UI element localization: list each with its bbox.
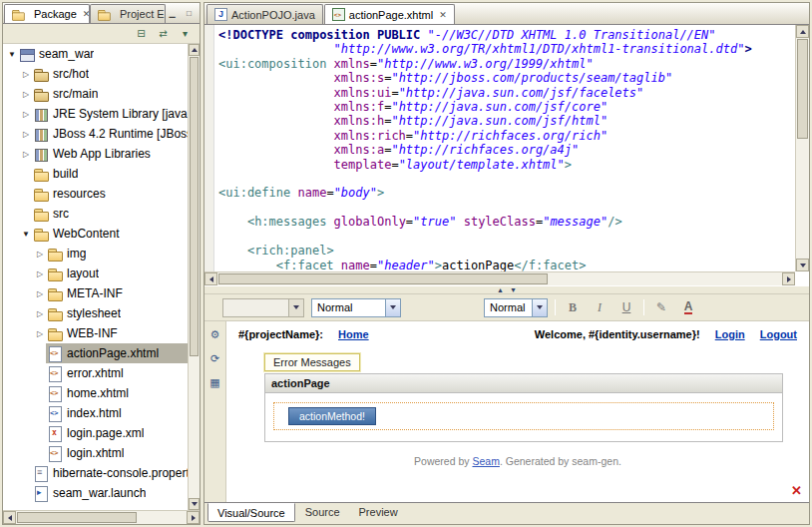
tree-item-index-html[interactable]: index.html	[3, 403, 188, 423]
scroll-down-button[interactable]	[796, 259, 809, 271]
login-link[interactable]: Login	[715, 328, 745, 340]
link-with-editor-button[interactable]: ⇄	[155, 26, 172, 42]
tree-item-seam-war-launch[interactable]: seam_war.launch	[3, 483, 188, 503]
maximize-view-button[interactable]: □	[183, 8, 196, 20]
preferences-button[interactable]: ⚙	[206, 326, 223, 343]
font-color-button[interactable]: A	[678, 297, 698, 317]
scroll-thumb[interactable]	[218, 273, 548, 284]
scroll-thumb[interactable]	[797, 39, 808, 139]
error-messages-placeholder[interactable]: Error Messages	[264, 353, 360, 371]
tab-package-explorer[interactable]: Package ✕	[4, 4, 90, 23]
home-link[interactable]: Home	[338, 328, 369, 340]
tab-visual-source[interactable]: Visual/Source	[207, 503, 295, 522]
splitter-up-icon[interactable]: ▲	[497, 286, 504, 294]
expand-arrow-icon[interactable]: ▷	[34, 309, 46, 318]
logout-link[interactable]: Logout	[760, 328, 797, 340]
collapse-all-button[interactable]: ⊟	[133, 26, 150, 42]
page-design-options-button[interactable]: ▦	[206, 374, 223, 391]
refresh-button[interactable]: ⟳	[206, 350, 223, 367]
combo-value: Normal	[317, 301, 381, 313]
scroll-down-button[interactable]	[189, 498, 200, 510]
scroll-up-button[interactable]	[189, 44, 200, 56]
scroll-up-button[interactable]	[796, 25, 809, 38]
expand-arrow-icon[interactable]: ▷	[20, 90, 32, 99]
collapse-arrow-icon[interactable]: ▼	[6, 50, 18, 59]
tree-item-label: hibernate-console.propertie	[53, 466, 188, 480]
splitter-down-icon[interactable]: ▼	[510, 286, 517, 294]
source-editor[interactable]: <!DOCTYPE composition PUBLIC "-//W3C//DT…	[204, 25, 809, 285]
tree-item-src[interactable]: src	[3, 204, 188, 224]
tree-item-layout[interactable]: ▷layout	[3, 264, 188, 283]
tree-item-label: layout	[67, 266, 99, 280]
collapse-arrow-icon[interactable]: ▼	[20, 230, 32, 239]
tree-item-error-xhtml[interactable]: error.xhtml	[3, 363, 188, 383]
minimize-view-icon: ▁	[169, 9, 175, 18]
tree-item-jboss-4-2-runtime-jboss-4-[interactable]: ▷JBoss 4.2 Runtime [JBoss 4.	[3, 124, 188, 144]
expand-arrow-icon[interactable]: ▷	[34, 250, 46, 259]
expand-arrow-icon[interactable]: ▷	[20, 150, 32, 159]
view-menu-button[interactable]: ▾	[177, 26, 194, 42]
close-icon[interactable]: ✕	[439, 10, 447, 20]
bold-button[interactable]: B	[563, 297, 583, 317]
italic-button[interactable]: I	[590, 297, 609, 317]
minimize-view-button[interactable]: ▁	[166, 8, 179, 20]
tree-horizontal-scrollbar[interactable]	[3, 510, 200, 524]
chevron-down-icon[interactable]	[288, 299, 303, 316]
scroll-right-button[interactable]	[782, 272, 795, 285]
tree-item-jre-system-library-java-1-5[interactable]: ▷JRE System Library [java-1.5	[3, 104, 188, 124]
visual-page-canvas[interactable]: #{projectName}: Home Welcome, #{identity…	[226, 321, 809, 502]
tab-actionpage-xhtml[interactable]: actionPage.xhtml ✕	[324, 4, 455, 24]
tree-item-hibernate-console-propertie[interactable]: hibernate-console.propertie	[3, 463, 188, 483]
tree-item-web-inf[interactable]: ▷WEB-INF	[3, 323, 188, 343]
expand-arrow-icon[interactable]: ▷	[34, 269, 46, 278]
chevron-down-icon[interactable]	[385, 299, 400, 316]
tab-actionpojo-java[interactable]: ActionPOJO.java	[206, 4, 323, 24]
action-method-button[interactable]: actionMethod!	[288, 407, 376, 425]
font-size-combo[interactable]: Normal	[484, 298, 548, 317]
scroll-thumb[interactable]	[190, 57, 199, 356]
tree-item-build[interactable]: build	[3, 164, 188, 184]
expand-arrow-icon[interactable]: ▷	[20, 70, 32, 79]
tab-preview[interactable]: Preview	[350, 503, 407, 522]
source-folder-icon	[33, 67, 49, 82]
tree-item-webcontent[interactable]: ▼WebContent	[3, 224, 188, 244]
expand-arrow-icon[interactable]: ▷	[34, 289, 46, 298]
close-icon[interactable]: ✕	[83, 9, 90, 19]
expand-arrow-icon[interactable]: ▷	[20, 130, 32, 139]
tree-item-seam-war[interactable]: ▼seam_war	[3, 44, 188, 64]
selected-element-outline[interactable]: actionMethod!	[273, 402, 774, 430]
style-combo[interactable]	[222, 298, 304, 317]
tree-item-src-main[interactable]: ▷src/main	[3, 84, 188, 104]
chevron-down-icon[interactable]	[532, 299, 547, 316]
highlight-button[interactable]: ✎	[651, 297, 671, 317]
tree-vertical-scrollbar[interactable]	[188, 44, 200, 510]
tree-item-resources[interactable]: resources	[3, 184, 188, 204]
view-toolbar: ⊟⇄▾	[3, 24, 200, 44]
editor-horizontal-scrollbar[interactable]	[204, 271, 795, 285]
scroll-right-button[interactable]	[187, 511, 200, 524]
scroll-thumb[interactable]	[17, 512, 137, 523]
tree-item-actionpage-xhtml[interactable]: actionPage.xhtml	[3, 343, 188, 363]
tree-item-img[interactable]: ▷img	[3, 244, 188, 264]
tree-item-login-xhtml[interactable]: login.xhtml	[3, 443, 188, 463]
tab-project-explorer[interactable]: Project E	[90, 4, 166, 23]
rich-panel[interactable]: actionPage actionMethod!	[264, 373, 783, 442]
tree-item-label: src/main	[53, 87, 98, 101]
scroll-left-button[interactable]	[3, 511, 16, 524]
editor-vertical-scrollbar[interactable]	[795, 25, 809, 271]
tree-item-stylesheet[interactable]: ▷stylesheet	[3, 303, 188, 323]
seam-link[interactable]: Seam	[472, 455, 499, 467]
view-menu-icon: ▾	[183, 28, 188, 39]
tree-item-web-app-libraries[interactable]: ▷Web App Libraries	[3, 144, 188, 164]
scroll-left-button[interactable]	[204, 272, 217, 285]
tree-item-login-page-xml[interactable]: login.page.xml	[3, 423, 188, 443]
tree-item-home-xhtml[interactable]: home.xhtml	[3, 383, 188, 403]
paragraph-format-combo[interactable]: Normal	[311, 298, 401, 317]
tab-source[interactable]: Source	[296, 503, 349, 522]
expand-arrow-icon[interactable]: ▷	[20, 110, 32, 119]
underline-button[interactable]: U	[616, 297, 636, 317]
editor-splitter[interactable]: ▲ ▼	[204, 285, 809, 294]
tree-item-src-hot[interactable]: ▷src/hot	[3, 64, 188, 84]
tree-item-meta-inf[interactable]: ▷META-INF	[3, 283, 188, 303]
expand-arrow-icon[interactable]: ▷	[34, 329, 46, 338]
